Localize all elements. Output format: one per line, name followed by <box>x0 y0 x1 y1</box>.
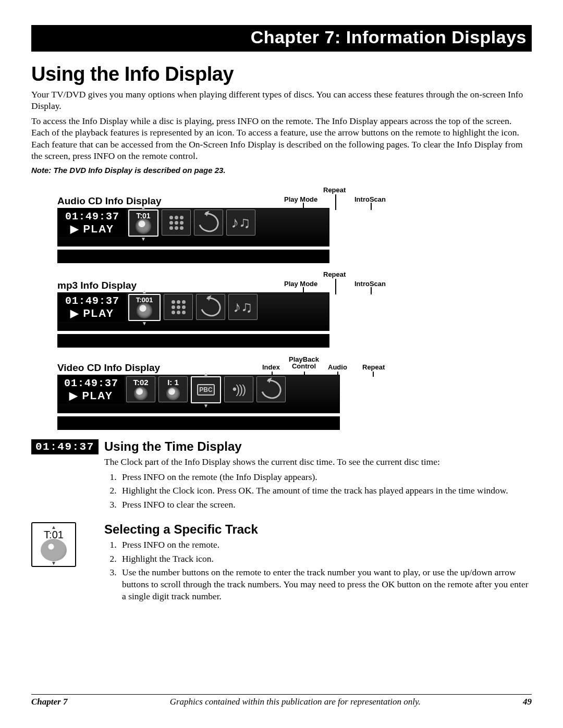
info-bar-audio: 01:49:37 ▶ PLAY ▲ T:01 ▼ ♪♫ <box>57 208 329 246</box>
track-box: ▲ T:01 ▼ <box>128 209 158 237</box>
repeat-box <box>256 376 286 402</box>
index-box: I: 1 <box>158 376 188 402</box>
step: Highlight the Track icon. <box>119 553 532 565</box>
diagram-mp3: mp3 Info Display Play Mode Repeat IntroS… <box>57 269 532 348</box>
section-select-track: ▲ T:01 ▼ Selecting a Specific Track Pres… <box>31 522 532 604</box>
chapter-banner: Chapter 7: Information Displays <box>31 25 532 52</box>
track-steps: Press INFO on the remote. Highlight the … <box>104 539 532 602</box>
page-footer: Chapter 7 Graphics contained within this… <box>31 694 532 707</box>
time-display: 01:49:37 <box>58 293 127 307</box>
notes-icon: ♪♫ <box>233 298 253 316</box>
diagram-audio-cd: Audio CD Info Display Play Mode Repeat I… <box>57 185 532 263</box>
disc-icon <box>136 218 151 234</box>
playmode-box <box>162 209 191 236</box>
black-strip <box>57 250 329 263</box>
playmode-box <box>164 294 193 320</box>
black-strip <box>57 334 329 348</box>
playmode-icon <box>169 216 183 230</box>
intro-p2: To access the Info Display while a disc … <box>31 115 532 162</box>
label-audio: Audio <box>328 363 347 371</box>
repeat-icon <box>195 210 222 236</box>
label-repeat: Repeat <box>323 270 346 278</box>
diagram-vcd: Video CD Info Display Index PlayBack Con… <box>57 354 532 430</box>
time-display: 01:49:37 <box>58 208 127 223</box>
label-introscan: IntroScan <box>354 280 386 288</box>
track-box: T:02 <box>126 376 155 402</box>
section-title: Using the Info Display <box>31 63 532 85</box>
play-status: ▶ PLAY <box>58 389 125 404</box>
disc-icon <box>134 387 148 400</box>
footer-chapter: Chapter 7 <box>31 697 67 707</box>
sub-title-track: Selecting a Specific Track <box>104 522 532 537</box>
pbc-icon: PBC <box>197 384 214 396</box>
time-steps: Press INFO on the remote (the Info Displ… <box>104 471 532 511</box>
track-icon: ▲ T:01 ▼ <box>31 522 76 567</box>
playmode-icon <box>172 300 186 314</box>
play-status: ▶ PLAY <box>58 307 127 322</box>
label-introscan: IntroScan <box>354 195 386 203</box>
repeat-box <box>194 209 223 236</box>
time-display: 01:49:37 <box>58 375 125 389</box>
disc-icon <box>137 303 152 318</box>
time-intro: The Clock part of the Info Display shows… <box>104 456 532 467</box>
label-playmode: Play Mode <box>284 195 317 203</box>
track-box: ▲ T:001 ▼ <box>128 294 161 321</box>
step: Highlight the Clock icon. Press OK. The … <box>119 485 532 497</box>
repeat-icon <box>197 294 224 320</box>
clock-chip: 01:49:37 <box>31 439 99 454</box>
step: Press INFO on the remote (the Info Displ… <box>119 471 532 483</box>
diagram-title-vcd: Video CD Info Display <box>57 362 167 374</box>
footer-disclaimer: Graphics contained within this publicati… <box>67 697 523 707</box>
notes-icon: ♪♫ <box>231 214 251 231</box>
step: Press INFO on the remote. <box>119 539 532 551</box>
disc-icon <box>166 387 180 400</box>
step: Use the number buttons on the remote to … <box>119 566 532 602</box>
sub-title-time: Using the Time Display <box>104 439 532 454</box>
section-time-display: 01:49:37 Using the Time Display The Cloc… <box>31 439 532 513</box>
introscan-box: ♪♫ <box>226 209 255 236</box>
introscan-box: ♪♫ <box>228 294 258 320</box>
step: Press INFO to clear the screen. <box>119 499 532 511</box>
black-strip <box>57 416 340 430</box>
diagram-title-mp3: mp3 Info Display <box>57 280 167 291</box>
audio-icon: •))) <box>232 382 245 397</box>
label-playmode: Play Mode <box>284 280 317 288</box>
info-bar-vcd: 01:49:37 ▶ PLAY T:02 I: 1 ▲ PBC ▼ •))) <box>57 375 340 413</box>
info-bar-mp3: 01:49:37 ▶ PLAY ▲ T:001 ▼ ♪♫ <box>57 292 329 331</box>
label-pbc: PlayBack Control <box>288 356 320 369</box>
audio-box: •))) <box>224 376 253 402</box>
repeat-icon <box>258 377 284 403</box>
disc-icon <box>41 539 67 561</box>
repeat-box <box>196 294 225 320</box>
pbc-box: ▲ PBC ▼ <box>191 376 221 403</box>
diagram-title-audio: Audio CD Info Display <box>57 195 167 207</box>
label-repeat: Repeat <box>323 186 346 194</box>
play-status: ▶ PLAY <box>58 223 127 237</box>
footer-page: 49 <box>523 697 532 707</box>
note: Note: The DVD Info Display is described … <box>31 166 532 175</box>
label-index: Index <box>262 363 280 371</box>
intro-p1: Your TV/DVD gives you many options when … <box>31 89 532 112</box>
label-repeat: Repeat <box>362 363 385 371</box>
